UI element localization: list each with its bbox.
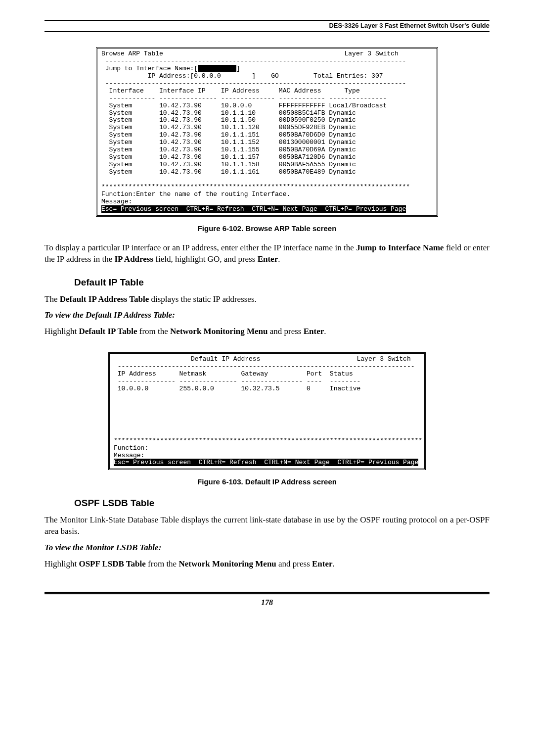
text-bold: Network Monitoring Menu xyxy=(178,559,276,568)
footer-rule xyxy=(44,592,490,595)
para-to-view-default: To view the Default IP Address Table: xyxy=(44,310,490,321)
para-default-ip-desc: The Default IP Address Table displays th… xyxy=(44,294,490,305)
text: and press xyxy=(267,327,303,336)
message-line: Message: xyxy=(114,452,144,459)
table-row: System 10.42.73.90 10.1.1.152 0013000000… xyxy=(101,139,356,146)
heading-default-ip: Default IP Table xyxy=(74,277,490,288)
figure-caption-2: Figure 6-103. Default IP Address screen xyxy=(44,477,490,486)
star-sep: ****************************************… xyxy=(114,437,422,444)
text-bold: IP Address xyxy=(114,254,153,264)
table-row: 10.0.0.0 255.0.0.0 10.32.73.5 0 Inactive xyxy=(114,385,360,392)
arp-title-left: Browse ARP Table xyxy=(101,50,163,57)
text: from the xyxy=(137,327,171,336)
table-row: System 10.42.73.90 10.0.0.0 FFFFFFFFFFFF… xyxy=(101,102,387,109)
jump-label: Jump to Interface Name:[ xyxy=(105,65,198,72)
table-row: System 10.42.73.90 10.1.1.158 0050BAF5A5… xyxy=(101,161,356,168)
message-line: Message: xyxy=(101,198,132,205)
text: To display a particular IP interface or … xyxy=(44,243,356,252)
arp-headings: Interface Interface IP IP Address MAC Ad… xyxy=(101,87,360,94)
text-bold: Enter xyxy=(304,327,324,336)
text: Highlight xyxy=(44,559,79,568)
default-ip-dashes: --------------- --------------- --------… xyxy=(114,378,360,385)
para-highlight-ospf: Highlight OSPF LSDB Table from the Netwo… xyxy=(44,559,490,570)
text-bold: Jump to Interface Name xyxy=(356,243,444,252)
table-row: System 10.42.73.90 10.1.1.157 0050BA7120… xyxy=(101,153,356,161)
function-line: Function: xyxy=(114,444,148,452)
function-line: Function:Enter the name of the routing I… xyxy=(101,190,290,198)
para-ospf-desc: The Monitor Link-State Database Table di… xyxy=(44,515,490,537)
text-bold: OSPF LSDB Table xyxy=(79,559,145,568)
text-bold: Network Monitoring Menu xyxy=(170,327,267,336)
arp-dashes: ------------ --------------- -----------… xyxy=(101,94,387,102)
default-ip-title: Default IP Address Layer 3 Switch xyxy=(114,355,411,363)
text-bold: Enter xyxy=(312,559,333,568)
page-number: 178 xyxy=(44,598,490,607)
table-row: System 10.42.73.90 10.1.1.50 00D0590F025… xyxy=(101,116,356,124)
table-row: System 10.42.73.90 10.1.1.151 0050BA70D6… xyxy=(101,131,356,139)
text-bold: Default IP Table xyxy=(79,327,137,336)
status-bar: Esc= Previous screen CTRL+R= Refresh CTR… xyxy=(101,205,406,213)
text: from the xyxy=(146,559,179,568)
table-row: System 10.42.73.90 10.1.1.120 00055DF928… xyxy=(101,124,356,131)
table-row: System 10.42.73.90 10.1.1.10 00508B5C14F… xyxy=(101,109,356,117)
figure-caption-1: Figure 6-102. Browse ARP Table screen xyxy=(44,224,490,233)
table-row: System 10.42.73.90 10.1.1.155 0050BA70D6… xyxy=(101,146,356,153)
text: and press xyxy=(276,559,312,568)
text: The xyxy=(44,294,60,304)
text: Highlight xyxy=(44,327,79,336)
para-highlight-default: Highlight Default IP Table from the Netw… xyxy=(44,326,490,337)
arp-table-terminal: Browse ARP Table Layer 3 Switch --------… xyxy=(96,47,438,217)
ipaddr-line: IP Address:[0.0.0.0 ] GO Total Entries: … xyxy=(148,72,383,80)
interface-name-input[interactable] xyxy=(198,65,236,72)
default-ip-headings: IP Address Netmask Gateway Port Status xyxy=(114,370,353,378)
text: field, highlight GO, and press xyxy=(153,254,258,264)
para-display-ip: To display a particular IP interface or … xyxy=(44,242,490,265)
text-bold: Default IP Address Table xyxy=(60,294,149,304)
heading-ospf: OSPF LSDB Table xyxy=(74,498,490,509)
status-bar: Esc= Previous screen CTRL+R= Refresh CTR… xyxy=(114,459,418,466)
default-ip-terminal: Default IP Address Layer 3 Switch ------… xyxy=(108,352,426,470)
text-bold: Enter xyxy=(258,254,278,264)
table-row: System 10.42.73.90 10.1.1.161 0050BA70E4… xyxy=(101,168,356,176)
star-sep: ****************************************… xyxy=(101,183,410,190)
arp-title-right: Layer 3 Switch xyxy=(345,50,399,57)
page-header: DES-3326 Layer 3 Fast Ethernet Switch Us… xyxy=(44,22,490,32)
text: displays the static IP addresses. xyxy=(149,294,257,304)
jump-close: ] xyxy=(236,65,240,72)
para-to-view-lsdb: To view the Monitor LSDB Table: xyxy=(44,542,490,554)
